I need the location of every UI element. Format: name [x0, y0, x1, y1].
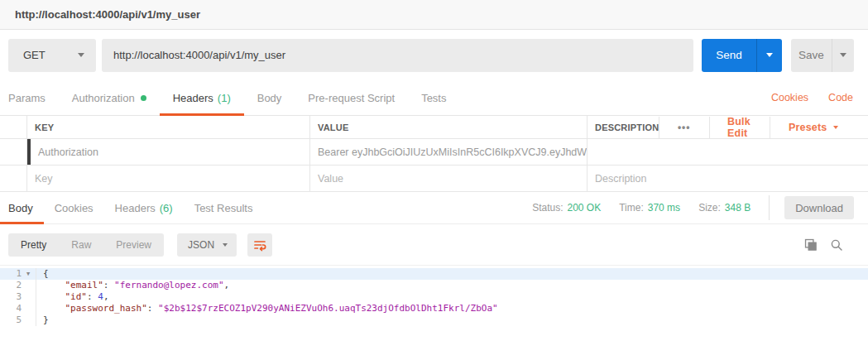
bulk-edit-button[interactable]: Bulk Edit — [709, 116, 770, 139]
tab-authorization[interactable]: Authorization — [59, 80, 160, 115]
tab-tests[interactable]: Tests — [408, 80, 459, 115]
tab-params[interactable]: Params — [8, 80, 59, 115]
save-button-group: Save — [791, 39, 854, 72]
line-number-gutter: 5 — [0, 314, 36, 326]
description-column-label: DESCRIPTION — [595, 122, 659, 132]
header-row-authorization: Authorization Bearer eyJhbGciOiJIUzUxMiI… — [0, 139, 868, 166]
tab-body[interactable]: Body — [244, 80, 295, 115]
code-line-content: "password_hash": "$2b$12$7rzECOZ1pV290yA… — [36, 303, 498, 314]
line-number-gutter: 2 — [0, 280, 36, 291]
cookies-link[interactable]: Cookies — [771, 92, 808, 103]
key-column-header: KEY — [27, 116, 310, 138]
time-label: Time: — [619, 202, 644, 214]
tab-pre-request-script[interactable]: Pre-request Script — [295, 80, 408, 115]
headers-table-header: KEY VALUE DESCRIPTION ••• Bulk Edit Pres… — [0, 116, 868, 139]
response-tab-test-results[interactable]: Test Results — [184, 192, 264, 223]
status-label: Status: — [532, 202, 563, 214]
header-row-new: Key Value Description — [0, 166, 868, 192]
response-tab-body-label: Body — [8, 202, 33, 214]
code-line-content: } — [36, 314, 49, 326]
value-placeholder: Value — [318, 173, 343, 185]
view-raw-button[interactable]: Raw — [59, 233, 103, 257]
toolbar-right-icons — [803, 238, 860, 252]
presets-label: Presets — [789, 122, 827, 133]
row-select-cell[interactable] — [0, 139, 27, 165]
header-value-cell[interactable]: Bearer eyJhbGciOiJIUzUxMiIsInR5cCI6IkpXV… — [310, 139, 587, 165]
view-preview-button[interactable]: Preview — [103, 233, 164, 257]
view-pretty-button[interactable]: Pretty — [8, 233, 59, 257]
chevron-down-icon — [833, 126, 838, 129]
postman-app: http://localhost:4000/api/v1/my_user GET… — [0, 0, 868, 360]
key-placeholder: Key — [27, 173, 53, 185]
request-url-input[interactable] — [102, 39, 693, 72]
line-number-gutter[interactable]: 1▼ — [0, 268, 36, 280]
code-link[interactable]: Code — [828, 92, 853, 103]
description-column-header: DESCRIPTION ••• Bulk Edit Presets — [587, 116, 868, 139]
response-format-select[interactable]: JSON — [177, 233, 237, 257]
header-description-cell[interactable] — [587, 139, 868, 165]
search-icon — [830, 238, 843, 252]
size-value: 348 B — [725, 202, 751, 214]
tab-pre-request-script-label: Pre-request Script — [308, 92, 395, 104]
copy-icon — [803, 238, 818, 252]
new-header-value-input[interactable]: Value — [310, 166, 587, 191]
send-options-button[interactable] — [756, 39, 782, 72]
time-value: 370 ms — [648, 202, 680, 214]
http-method-select[interactable]: GET — [8, 39, 96, 72]
code-lines: 1▼{2 "email": "fernando@lopez.com",3 "id… — [0, 268, 868, 326]
tab-authorization-label: Authorization — [72, 92, 135, 104]
download-button[interactable]: Download — [784, 196, 854, 219]
value-column-header: VALUE — [310, 116, 587, 138]
new-header-key-input[interactable]: Key — [27, 166, 310, 191]
headers-table-controls: ••• Bulk Edit Presets — [659, 116, 868, 139]
copy-response-button[interactable] — [803, 238, 818, 252]
wrap-lines-button[interactable] — [247, 233, 272, 257]
search-response-button[interactable] — [830, 238, 843, 252]
save-options-button[interactable] — [832, 39, 854, 72]
header-key-cell[interactable]: Authorization — [27, 139, 310, 165]
fold-toggle-icon[interactable]: ▼ — [22, 268, 35, 280]
request-bar: GET Send Save — [0, 30, 868, 80]
download-button-label: Download — [795, 202, 843, 214]
code-line: 5} — [0, 314, 868, 326]
request-tabs-right-links: Cookies Code — [771, 80, 860, 115]
response-tab-headers-label: Headers — [115, 202, 156, 214]
chevron-down-icon — [78, 53, 84, 57]
response-tab-headers[interactable]: Headers (6) — [104, 192, 184, 223]
chevron-down-icon — [766, 53, 773, 57]
response-meta: Status: 200 OK Time: 370 ms Size: 348 B … — [514, 192, 868, 223]
size-label: Size: — [698, 202, 721, 214]
new-header-description-input[interactable]: Description — [587, 166, 868, 191]
presets-dropdown[interactable]: Presets — [770, 122, 857, 133]
tab-body-label: Body — [257, 92, 282, 104]
send-button-group: Send — [702, 39, 782, 72]
response-headers-count-badge: (6) — [160, 202, 173, 214]
more-options-button[interactable]: ••• — [659, 122, 709, 133]
tab-headers-label: Headers — [173, 92, 213, 104]
code-line: 2 "email": "fernando@lopez.com", — [0, 280, 868, 291]
divider — [769, 195, 770, 220]
response-tab-cookies[interactable]: Cookies — [44, 192, 104, 223]
chevron-down-icon — [223, 243, 228, 247]
send-button-label: Send — [716, 49, 742, 61]
code-line: 3 "id": 4, — [0, 291, 868, 303]
response-format-value: JSON — [188, 239, 214, 251]
headers-count-badge: (1) — [218, 92, 231, 104]
tab-tests-label: Tests — [421, 92, 446, 104]
code-line: 4 "password_hash": "$2b$12$7rzECOZ1pV290… — [0, 303, 868, 314]
status-value: 200 OK — [568, 202, 602, 214]
request-tab-titlebar: http://localhost:4000/api/v1/my_user — [0, 0, 868, 30]
tab-headers[interactable]: Headers (1) — [160, 80, 244, 115]
line-number-gutter: 4 — [0, 303, 36, 314]
response-header: Body Cookies Headers (6) Test Results St… — [0, 192, 868, 224]
response-body-viewer[interactable]: 1▼{2 "email": "fernando@lopez.com",3 "id… — [0, 265, 868, 360]
wrap-lines-icon — [253, 238, 266, 252]
row-select-cell[interactable] — [0, 166, 27, 191]
status-meta: Status: 200 OK — [532, 202, 601, 214]
response-view-segmented-control: Pretty Raw Preview — [8, 233, 164, 257]
size-meta: Size: 348 B — [698, 202, 751, 214]
response-tab-body[interactable]: Body — [0, 192, 44, 223]
send-button[interactable]: Send — [702, 39, 756, 72]
save-button[interactable]: Save — [791, 39, 832, 72]
time-meta: Time: 370 ms — [619, 202, 680, 214]
